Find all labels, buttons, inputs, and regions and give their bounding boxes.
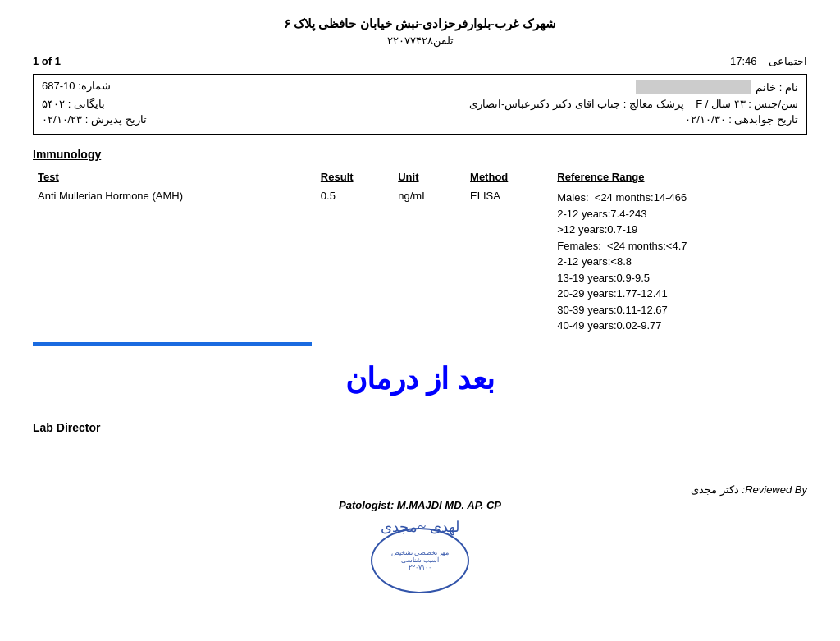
reviewed-by-section: Reviewed By: دکتر مجدی [33, 483, 807, 496]
time-value: 17:46 [730, 55, 757, 67]
baygani-field: بایگانی : ۵۴۰۲ [42, 98, 105, 110]
col-method: Method [465, 167, 552, 186]
id-value: 10-687 [42, 80, 75, 92]
reviewed-by-name: دکتر مجدی [691, 483, 739, 496]
signature-area: لهدی ~مجدی مهر تخصصی تشخیصآسیب شناسی۲۲۰۷… [33, 518, 807, 593]
gender-value: ۴۳ سال / F [696, 98, 745, 110]
name-redacted-box [636, 80, 751, 94]
clinic-phone: تلفن۲۲۰۷۷۴۲۸ [33, 34, 807, 47]
patient-id-field: شماره: 10-687 [42, 80, 111, 94]
blue-separator-line [33, 342, 312, 346]
col-reference: Reference Range [552, 167, 807, 186]
stamp-text: مهر تخصصی تشخیصآسیب شناسی۲۲۰۷۱۰۰ [388, 546, 452, 575]
answer-date-field: تاریخ جوابدهی : ۰۲/۱۰/۳۰ [685, 113, 798, 126]
patient-name-field: نام : خانم [636, 80, 798, 94]
answer-label: تاریخ جوابدهی : [728, 113, 798, 126]
admission-label: تاریخ پذیرش : [85, 113, 147, 126]
page-info: 1 of 1 [33, 55, 61, 67]
baygani-value: ۵۴۰۲ [42, 98, 65, 110]
reviewed-by-label: Reviewed By: [742, 483, 808, 496]
col-result: Result [316, 167, 393, 186]
patient-row-2: سن/جنس : ۴۳ سال / F پزشک معالج : جناب اق… [42, 98, 798, 110]
table-row: Anti Mullerian Hormone (AMH) 0.5 ng/mL E… [33, 186, 807, 337]
gender-field: سن/جنس : ۴۳ سال / F پزشک معالج : جناب اق… [469, 98, 798, 110]
patologist-line: Patologist: M.MAJDI MD. AP. CP [33, 499, 807, 511]
doctor-value: جناب اقای دکتر دکترعباس-انصاری [469, 98, 620, 110]
patient-info-box: نام : خانم شماره: 10-687 سن/جنس : ۴۳ سال… [33, 74, 807, 135]
name-label: نام : خانم [756, 81, 798, 94]
test-reference-range: Males: <24 months:14-466 2-12 years:7.4-… [552, 186, 807, 337]
admission-date-field: تاریخ پذیرش : ۰۲/۱۰/۲۳ [42, 113, 147, 126]
stamp-circle: مهر تخصصی تشخیصآسیب شناسی۲۲۰۷۱۰۰ [371, 528, 469, 593]
col-test: Test [33, 167, 316, 186]
patient-row-1: نام : خانم شماره: 10-687 [42, 80, 798, 94]
time-social: اجتماعی 17:46 [730, 55, 807, 67]
col-unit: Unit [393, 167, 465, 186]
admission-value: ۰۲/۱۰/۲۳ [42, 113, 82, 126]
gender-label: سن/جنس : [748, 98, 798, 110]
test-name: Anti Mullerian Hormone (AMH) [33, 186, 316, 337]
patient-row-3: تاریخ جوابدهی : ۰۲/۱۰/۳۰ تاریخ پذیرش : ۰… [42, 113, 798, 126]
social-label: اجتماعی [769, 55, 807, 67]
baygani-label: بایگانی : [68, 98, 105, 110]
test-unit: ng/mL [393, 186, 465, 337]
test-method: ELISA [465, 186, 552, 337]
answer-value: ۰۲/۱۰/۳۰ [685, 113, 725, 126]
clinic-header: شهرک غرب-بلوارفرحزادی-نبش خیابان حافظی پ… [33, 16, 807, 47]
immunology-title: Immunology [33, 148, 807, 161]
table-header-row: Test Result Unit Method Reference Range [33, 167, 807, 186]
lab-director-label: Lab Director [33, 421, 791, 434]
clinic-name: شهرک غرب-بلوارفرحزادی-نبش خیابان حافظی پ… [33, 16, 807, 31]
watermark-text: بعد از درمان [33, 362, 807, 396]
meta-bar: 1 of 1 اجتماعی 17:46 [33, 55, 807, 67]
id-label: شماره: [78, 80, 111, 92]
doctor-label: پزشک معالج : [623, 98, 684, 110]
test-result: 0.5 [316, 186, 393, 337]
result-table: Test Result Unit Method Reference Range … [33, 167, 807, 337]
